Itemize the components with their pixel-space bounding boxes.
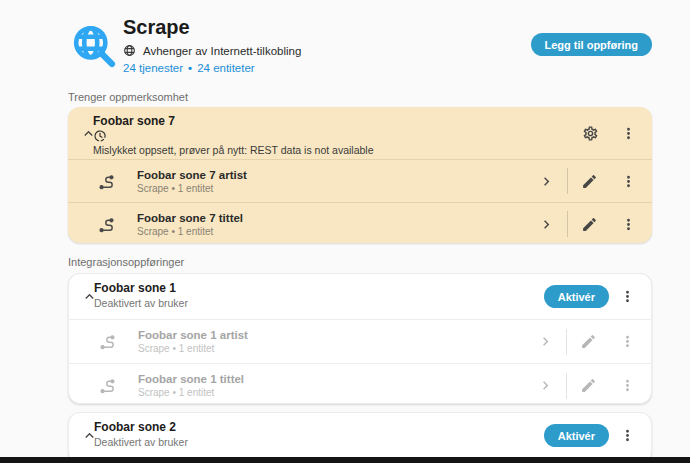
dots-vertical-icon (620, 216, 637, 233)
chevron-right-icon (538, 216, 555, 233)
dots-vertical-icon (619, 333, 636, 350)
entry-card-sone2: Foobar sone 2 Deaktivert av bruker Aktiv… (68, 412, 652, 463)
entry-title: Foobar sone 7 (93, 114, 374, 128)
activate-button[interactable]: Aktivér (544, 424, 609, 447)
open-sub-entry-button[interactable] (534, 212, 558, 236)
open-sub-entry-button[interactable] (533, 330, 557, 354)
sub-entry-subtitle: Scrape • 1 entitet (137, 226, 243, 237)
pencil-icon (580, 333, 597, 350)
scrape-logo-icon (71, 23, 117, 69)
activate-button[interactable]: Aktivér (544, 285, 609, 308)
counts-row: 24 tjenester • 24 entiteter (123, 62, 255, 74)
edit-sub-entry-button[interactable] (576, 330, 600, 354)
page-title: Scrape (123, 16, 190, 39)
collapse-button[interactable] (77, 285, 101, 309)
collapse-button[interactable] (76, 121, 100, 145)
sub-entry-menu-button[interactable] (616, 169, 640, 193)
attention-entry-card: Foobar sone 7 Mislykket oppsett, prøver … (68, 107, 652, 243)
services-link[interactable]: 24 tjenester (123, 62, 183, 74)
add-entry-button[interactable]: Legg til oppføring (531, 33, 652, 56)
sub-entry-subtitle: Scrape • 1 entitet (138, 387, 244, 398)
open-sub-entry-button[interactable] (534, 169, 558, 193)
divider (566, 329, 567, 355)
sub-entry-menu-button[interactable] (616, 212, 640, 236)
pencil-icon (581, 216, 598, 233)
dots-vertical-icon (619, 288, 636, 305)
entry-status-message: Mislykket oppsett, prøver på nytt: REST … (93, 144, 374, 156)
chevron-right-icon (537, 333, 554, 350)
chevron-right-icon (538, 173, 555, 190)
overflow-menu-button[interactable] (615, 424, 639, 448)
dots-vertical-icon (620, 125, 637, 142)
sub-entry-row-disabled[interactable]: Foobar sone 1 tittel Scrape • 1 entitet (69, 364, 651, 407)
sub-entry-subtitle: Scrape • 1 entitet (137, 183, 247, 194)
dependency-note-label: Avhenger av Internett-tilkobling (143, 45, 301, 57)
overflow-menu-button[interactable] (616, 121, 640, 145)
open-sub-entry-button[interactable] (533, 374, 557, 398)
pencil-icon (580, 377, 597, 394)
settings-button[interactable] (578, 121, 602, 145)
sub-entry-title: Foobar sone 1 artist (138, 329, 248, 341)
sub-entry-row[interactable]: Foobar sone 7 artist Scrape • 1 entitet (68, 160, 652, 202)
entry-header-sone1: Foobar sone 1 Deaktivert av bruker Aktiv… (69, 274, 651, 319)
entry-header-sone2: Foobar sone 2 Deaktivert av bruker Aktiv… (69, 413, 651, 458)
divider (567, 168, 568, 194)
edit-sub-entry-button[interactable] (576, 374, 600, 398)
entry-subtitle: Deaktivert av bruker (94, 297, 188, 309)
sub-entry-title: Foobar sone 1 tittel (138, 373, 244, 385)
sub-entry-subtitle: Scrape • 1 entitet (138, 343, 248, 354)
pencil-icon (581, 173, 598, 190)
edit-sub-entry-button[interactable] (577, 212, 601, 236)
divider (567, 211, 568, 237)
divider (566, 373, 567, 399)
sub-entry-menu-button[interactable] (615, 374, 639, 398)
sub-entry-route-icon (99, 333, 116, 350)
sub-entry-title: Foobar sone 7 artist (137, 169, 247, 181)
sub-entry-route-icon (99, 377, 116, 394)
entities-link[interactable]: 24 entiteter (197, 62, 255, 74)
dots-vertical-icon (619, 377, 636, 394)
window-bottom-edge (0, 457, 690, 463)
counts-separator: • (188, 62, 192, 74)
sub-entry-route-icon (98, 216, 115, 233)
gear-icon (582, 125, 599, 142)
chevron-right-icon (537, 377, 554, 394)
entry-title: Foobar sone 1 (94, 281, 188, 295)
dependency-note: Avhenger av Internett-tilkobling (123, 44, 301, 57)
entry-header-sone7: Foobar sone 7 Mislykket oppsett, prøver … (68, 107, 652, 159)
entries-section-label: Integrasjonsoppføringer (68, 256, 184, 268)
globe-icon (123, 44, 136, 57)
sub-entry-row-disabled[interactable]: Foobar sone 1 artist Scrape • 1 entitet (69, 320, 651, 363)
overflow-menu-button[interactable] (615, 285, 639, 309)
sub-entry-route-icon (98, 173, 115, 190)
dots-vertical-icon (620, 173, 637, 190)
sub-entry-menu-button[interactable] (615, 330, 639, 354)
collapse-button[interactable] (77, 424, 101, 448)
sub-entry-row[interactable]: Foobar sone 7 tittel Scrape • 1 entitet (68, 203, 652, 245)
entry-subtitle: Deaktivert av bruker (94, 436, 188, 448)
sub-entry-title: Foobar sone 7 tittel (137, 212, 243, 224)
attention-section-label: Trenger oppmerksomhet (68, 91, 188, 103)
dots-vertical-icon (619, 427, 636, 444)
entry-card-sone1: Foobar sone 1 Deaktivert av bruker Aktiv… (68, 273, 652, 404)
edit-sub-entry-button[interactable] (577, 169, 601, 193)
entry-title: Foobar sone 2 (94, 420, 188, 434)
integration-header: Scrape Avhenger av Internett-tilkobling … (0, 0, 690, 84)
